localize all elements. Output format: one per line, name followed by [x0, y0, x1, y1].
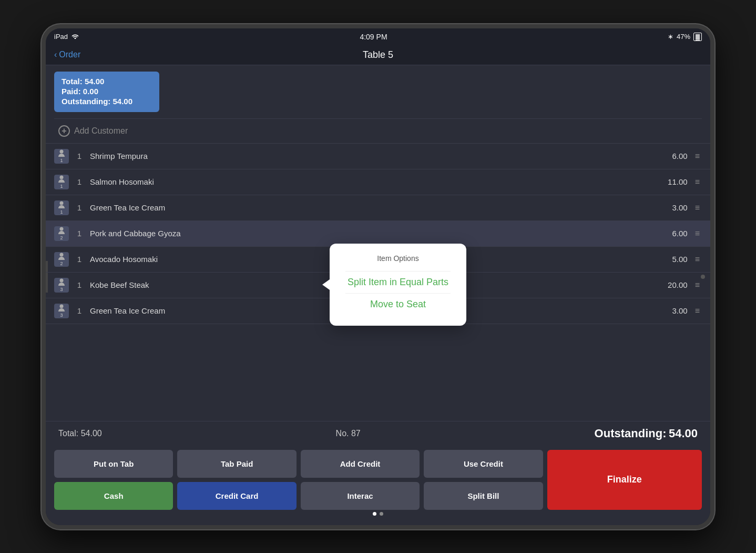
footer-total: Total: 54.00: [58, 429, 102, 438]
interac-button[interactable]: Interac: [301, 482, 420, 510]
buttons-grid: Put on Tab Tab Paid Add Credit Use Credi…: [54, 450, 702, 510]
table-title: Table 5: [363, 49, 393, 61]
move-to-seat-option[interactable]: Move to Seat: [345, 293, 451, 315]
outstanding-line: Outstanding: 54.00: [62, 97, 152, 106]
footer-outstanding-label: Outstanding:: [595, 427, 667, 440]
total-line: Total: 54.00: [62, 77, 152, 86]
action-buttons: Put on Tab Tab Paid Add Credit Use Credi…: [46, 446, 710, 525]
order-items-list: 1 1 Shrimp Tempura 6.00 ≡ 1 1 Salmon Hos…: [46, 144, 710, 421]
outstanding-value: 54.00: [113, 97, 133, 106]
paid-line: Paid: 0.00: [62, 87, 152, 96]
footer-outstanding: Outstanding: 54.00: [595, 427, 698, 440]
ipad-label: iPad: [54, 33, 68, 41]
item-options-popup: Item Options Split Item in Equal Parts M…: [330, 244, 466, 326]
battery-text: 47%: [677, 33, 690, 41]
split-bill-button[interactable]: Split Bill: [424, 482, 543, 510]
footer-outstanding-value: 54.00: [669, 427, 698, 440]
bluetooth-icon: ∗: [668, 33, 673, 41]
paid-label: Paid:: [62, 87, 81, 96]
status-time: 4:09 PM: [360, 33, 387, 41]
add-customer-label: Add Customer: [74, 126, 128, 136]
finalize-button[interactable]: Finalize: [547, 450, 702, 510]
total-value: 54.00: [85, 77, 105, 86]
total-label: Total:: [62, 77, 83, 86]
chevron-left-icon: ‹: [54, 50, 57, 59]
split-item-option[interactable]: Split Item in Equal Parts: [345, 271, 451, 293]
battery-icon: ▓: [693, 33, 702, 41]
back-button[interactable]: ‹ Order: [54, 50, 80, 59]
page-dots: [54, 510, 702, 519]
credit-card-button[interactable]: Credit Card: [177, 482, 296, 510]
summary-section: Total: 54.00 Paid: 0.00 Outstanding: 54.…: [46, 65, 710, 118]
status-right: ∗ 47% ▓: [668, 33, 702, 41]
paid-value: 0.00: [83, 87, 98, 96]
tab-paid-button[interactable]: Tab Paid: [177, 450, 296, 478]
status-bar: iPad 4:09 PM ∗ 47% ▓: [46, 28, 710, 45]
wifi-icon: [71, 33, 79, 41]
add-customer-button[interactable]: + Add Customer: [46, 119, 710, 144]
page-dot-1: [373, 512, 376, 516]
summary-box: Total: 54.00 Paid: 0.00 Outstanding: 54.…: [54, 72, 159, 112]
popup-overlay: Item Options Split Item in Equal Parts M…: [46, 144, 710, 421]
nav-bar: ‹ Order Table 5: [46, 45, 710, 65]
cash-button[interactable]: Cash: [54, 482, 173, 510]
footer-order-no: No. 87: [336, 429, 361, 438]
outstanding-label: Outstanding:: [62, 97, 110, 106]
put-on-tab-button[interactable]: Put on Tab: [54, 450, 173, 478]
ipad-frame: iPad 4:09 PM ∗ 47% ▓ ‹ Order: [42, 24, 714, 529]
popup-title: Item Options: [345, 254, 451, 263]
page-dot-2: [380, 512, 383, 516]
use-credit-button[interactable]: Use Credit: [424, 450, 543, 478]
ipad-screen: iPad 4:09 PM ∗ 47% ▓ ‹ Order: [46, 28, 710, 525]
footer-totals: Total: 54.00 No. 87 Outstanding: 54.00: [46, 421, 710, 446]
back-label: Order: [59, 50, 80, 59]
add-credit-button[interactable]: Add Credit: [301, 450, 420, 478]
add-customer-icon: +: [58, 125, 70, 137]
status-left: iPad: [54, 33, 79, 41]
